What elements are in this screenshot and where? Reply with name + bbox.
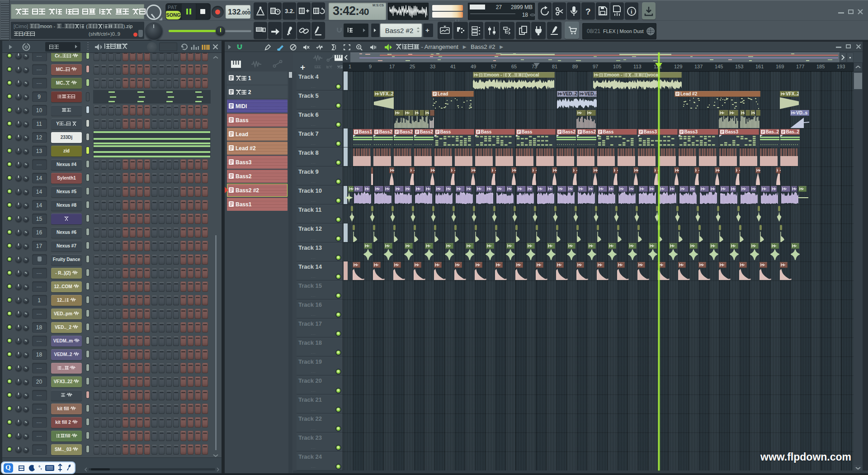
svg-text:3.2.: 3.2. xyxy=(285,8,295,14)
svg-text:i: i xyxy=(631,8,632,15)
svg-text:?: ? xyxy=(585,7,591,16)
